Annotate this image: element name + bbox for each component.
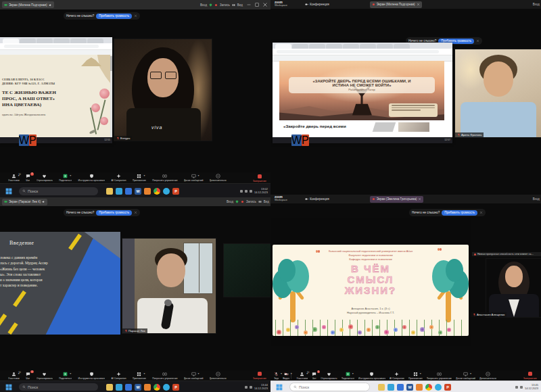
browser-tab[interactable] <box>326 44 342 49</box>
raise-volume-button[interactable]: Прибавить громкость <box>442 210 477 216</box>
edge-icon[interactable] <box>116 188 122 195</box>
end-button[interactable]: Завершение <box>253 174 266 182</box>
taskbar-search[interactable]: Поиск <box>289 383 370 391</box>
explorer-icon[interactable] <box>106 384 113 391</box>
toolbar-sparkle-button[interactable]: AI Companion <box>111 174 126 182</box>
browser-tab[interactable] <box>377 44 393 49</box>
view-label[interactable]: Вид <box>264 200 269 203</box>
powerpoint-icon[interactable]: P <box>172 188 179 195</box>
login-label[interactable]: Вход <box>227 200 233 203</box>
mail-icon[interactable] <box>125 384 132 391</box>
layout-icon[interactable] <box>258 200 262 203</box>
toolbar-person-button[interactable]: 10▾Участники <box>296 372 308 380</box>
conference-tab[interactable]: Конференция <box>305 197 329 201</box>
toolbar-shield-button[interactable]: Инструменты организатора <box>78 174 105 182</box>
telegram-icon[interactable] <box>435 384 442 391</box>
banner-close-icon[interactable] <box>134 211 137 214</box>
view-label[interactable]: Вид <box>237 3 243 7</box>
caret-down-icon[interactable]: ▾ <box>352 372 354 375</box>
toolbar-remote-button[interactable]: Попросить управление <box>152 174 178 182</box>
browser-tab[interactable] <box>87 39 103 43</box>
login-label[interactable]: Вход <box>533 197 540 201</box>
browser-tab[interactable] <box>309 44 325 49</box>
vlc-icon[interactable] <box>144 384 151 391</box>
toolbar-more-button[interactable]: Дополнительно <box>210 372 227 380</box>
toolbar-more-button[interactable]: Дополнительно <box>479 372 496 380</box>
login-label[interactable]: Вход <box>533 3 540 6</box>
chrome-icon[interactable] <box>425 384 432 391</box>
toolbar-share-button[interactable]: ▾Поделиться <box>59 174 72 182</box>
shared-screen-chip[interactable]: Экран (Милена Подгорная) <box>370 1 422 8</box>
start-button-icon[interactable] <box>5 188 12 195</box>
participant-video-anastasia[interactable] <box>486 258 541 318</box>
caret-down-icon[interactable]: ▾ <box>70 174 71 177</box>
powerpoint-icon[interactable]: P <box>29 134 37 146</box>
participant-video-dim[interactable] <box>223 243 270 297</box>
toolbar-shield-button[interactable]: Инструменты организатора <box>358 372 385 380</box>
address-bar[interactable] <box>277 50 439 53</box>
security-shield-icon[interactable] <box>235 200 239 203</box>
powerpoint-icon[interactable]: P <box>302 134 309 146</box>
banner-close-icon[interactable] <box>479 211 483 214</box>
caret-down-icon[interactable]: ▾ <box>143 372 145 375</box>
browser-tab[interactable] <box>292 44 308 49</box>
participant-video-elnura[interactable]: viva Елнура <box>114 39 212 141</box>
taskbar-search[interactable]: Поиск <box>19 383 98 391</box>
toolbar-remote-button[interactable]: Попросить управление <box>427 372 452 380</box>
conference-tab[interactable]: Конференция <box>305 3 329 6</box>
chip-close-icon[interactable] <box>417 3 420 6</box>
toolbar-camera-button[interactable]: ▾Видео <box>283 372 289 380</box>
chrome-icon[interactable] <box>154 384 160 391</box>
telegram-icon[interactable] <box>163 384 170 391</box>
toolbar-share-button[interactable]: ▾Поделиться <box>342 372 354 380</box>
browser-tab[interactable] <box>20 39 36 43</box>
raise-volume-button[interactable]: Прибавить громкость <box>96 14 132 19</box>
caret-down-icon[interactable]: ▾ <box>18 174 20 177</box>
browser-tab[interactable] <box>53 39 70 43</box>
shared-screen-chip[interactable]: Экран (Эвелина Григорьева) <box>370 196 424 203</box>
participant-video-parasat[interactable]: Парасат Лев <box>122 238 216 334</box>
word-icon[interactable]: W <box>135 384 141 391</box>
end-button[interactable]: Завершение <box>253 371 266 380</box>
caret-down-icon[interactable]: ▾ <box>281 372 282 375</box>
banner-close-icon[interactable] <box>134 14 137 18</box>
word-icon[interactable]: W <box>19 134 29 146</box>
edge-icon[interactable] <box>387 384 394 391</box>
taskbar-clock[interactable]: 13:0214.12.2023 <box>254 188 268 194</box>
toolbar-apps-button[interactable]: ▾Приложения <box>408 372 422 380</box>
browser-tab[interactable] <box>343 44 359 49</box>
login-label[interactable]: Вход <box>200 3 207 7</box>
caret-down-icon[interactable]: ▾ <box>18 372 20 375</box>
toolbar-person-button[interactable]: 10▾Участники <box>8 174 20 182</box>
raise-volume-button[interactable]: Прибавить громкость <box>96 210 132 216</box>
caret-down-icon[interactable]: ▾ <box>70 372 71 375</box>
browser-tab[interactable] <box>360 44 376 49</box>
powerpoint-icon[interactable]: P <box>444 384 451 391</box>
telegram-icon[interactable] <box>163 188 170 195</box>
toolbar-heart-button[interactable]: Отреагировать <box>37 372 53 380</box>
toolbar-heart-button[interactable]: Отреагировать <box>321 372 337 380</box>
toolbar-monitor-button[interactable]: ▾Доски сообщений <box>184 174 204 182</box>
browser-scrollbar[interactable] <box>110 55 112 137</box>
word-icon[interactable]: W <box>406 384 413 391</box>
chip-close-icon[interactable] <box>418 197 421 201</box>
caret-down-icon[interactable]: ▾ <box>306 372 308 375</box>
maximize-icon[interactable] <box>253 2 261 7</box>
browser-tab[interactable] <box>70 39 87 43</box>
toolbar-remote-button[interactable]: Попросить управление <box>152 372 178 380</box>
taskbar-search[interactable]: Поиск <box>19 187 98 195</box>
banner-close-icon[interactable] <box>476 39 479 43</box>
taskbar-clock[interactable]: 13:4414.12.2023 <box>254 384 268 390</box>
caret-down-icon[interactable]: ▾ <box>291 372 292 375</box>
toolbar-chat-button[interactable]: 1Чат <box>26 372 30 380</box>
layout-icon[interactable] <box>232 3 235 7</box>
powerpoint-icon[interactable]: P <box>172 384 179 391</box>
browser-tab[interactable] <box>37 39 53 43</box>
mail-icon[interactable] <box>125 188 132 195</box>
toolbar-sparkle-button[interactable]: AI Companion <box>111 372 126 380</box>
word-icon[interactable]: W <box>135 188 141 195</box>
shared-screen-chip[interactable]: Экран (Парасат Лев К) <box>2 199 47 205</box>
caret-down-icon[interactable]: ▾ <box>198 174 199 177</box>
participant-video-arina[interactable]: Арина Фролова <box>454 49 541 138</box>
chrome-icon[interactable] <box>154 188 160 195</box>
